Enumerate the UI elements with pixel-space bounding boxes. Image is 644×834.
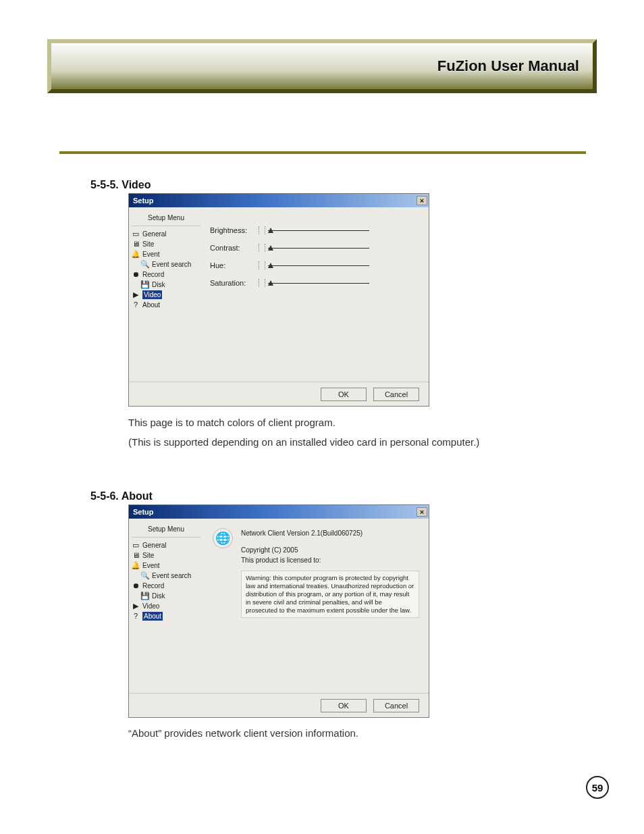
slider-thumb-icon bbox=[268, 245, 273, 251]
slider-thumb-icon bbox=[268, 228, 273, 233]
video-icon: ▶ bbox=[132, 602, 140, 610]
setup-menu-tree: Setup Menu ▭General 🖥Site 🔔Event 🔍Event … bbox=[129, 207, 203, 382]
contrast-row: Contrast: bbox=[210, 244, 422, 252]
globe-icon: 🌐 bbox=[213, 528, 233, 548]
record-icon: ⏺ bbox=[132, 582, 140, 590]
saturation-slider[interactable] bbox=[268, 283, 369, 284]
section-heading-about: 5-5-6. About bbox=[90, 490, 153, 502]
hue-label: Hue: bbox=[210, 261, 259, 269]
setup-dialog-about: Setup × Setup Menu ▭General 🖥Site 🔔Event… bbox=[128, 504, 429, 718]
dialog-button-bar: OK Cancel bbox=[129, 693, 429, 717]
close-icon[interactable]: × bbox=[417, 196, 427, 205]
tree-item-event-search[interactable]: 🔍Event search bbox=[132, 259, 200, 269]
about-copyright: Copyright (C) 2005 bbox=[241, 545, 419, 555]
titlebar: Setup × bbox=[129, 505, 429, 519]
tree-item-event-search[interactable]: 🔍Event search bbox=[132, 571, 200, 581]
question-icon: ? bbox=[132, 301, 140, 309]
search-icon: 🔍 bbox=[141, 572, 149, 580]
disk-icon: 💾 bbox=[141, 592, 149, 600]
tree-item-about[interactable]: ?About bbox=[132, 611, 200, 621]
video-caption-1: This page is to match colors of client p… bbox=[128, 417, 336, 428]
monitor-icon: 🖥 bbox=[132, 240, 140, 249]
ok-button[interactable]: OK bbox=[321, 699, 367, 712]
saturation-label: Saturation: bbox=[210, 279, 259, 287]
question-icon: ? bbox=[132, 613, 140, 621]
tree-item-record[interactable]: ⏺Record bbox=[132, 581, 200, 591]
hue-row: Hue: bbox=[210, 261, 422, 269]
dialog-title: Setup bbox=[133, 508, 154, 516]
titlebar: Setup × bbox=[129, 194, 429, 207]
tree-item-general[interactable]: ▭General bbox=[132, 540, 200, 550]
about-warning: Warning: this computer program is protec… bbox=[241, 571, 419, 618]
dialog-title: Setup bbox=[133, 197, 154, 205]
divider bbox=[59, 151, 586, 154]
tree-item-record[interactable]: ⏺Record bbox=[132, 269, 200, 280]
setup-menu-tree: Setup Menu ▭General 🖥Site 🔔Event 🔍Event … bbox=[129, 519, 203, 693]
about-version: Network Client Version 2.1(Build060725) bbox=[241, 528, 419, 538]
ticks-icon bbox=[259, 226, 265, 234]
card-icon: ▭ bbox=[132, 542, 140, 550]
setup-dialog-video: Setup × Setup Menu ▭General 🖥Site 🔔Event… bbox=[128, 193, 429, 407]
close-icon[interactable]: × bbox=[417, 507, 427, 517]
page-header: FuZion User Manual bbox=[47, 39, 597, 93]
contrast-slider[interactable] bbox=[268, 248, 369, 249]
slider-thumb-icon bbox=[268, 263, 273, 268]
about-text: Network Client Version 2.1(Build060725) … bbox=[241, 528, 419, 618]
dialog-button-bar: OK Cancel bbox=[129, 382, 429, 406]
search-icon: 🔍 bbox=[141, 261, 149, 269]
about-panel: 🌐 Network Client Version 2.1(Build060725… bbox=[203, 519, 429, 693]
ticks-icon bbox=[259, 279, 265, 287]
tree-item-disk[interactable]: 💾Disk bbox=[132, 591, 200, 601]
ticks-icon bbox=[259, 244, 265, 252]
tree-item-site[interactable]: 🖥Site bbox=[132, 550, 200, 561]
about-caption: “About” provides network client version … bbox=[128, 727, 358, 739]
brightness-slider[interactable] bbox=[268, 230, 369, 231]
cancel-button[interactable]: Cancel bbox=[373, 388, 419, 401]
tree-item-video[interactable]: ▶Video bbox=[132, 290, 200, 300]
page-number: 59 bbox=[586, 776, 609, 799]
manual-title: FuZion User Manual bbox=[437, 57, 579, 75]
setup-menu-header: Setup Menu bbox=[132, 523, 200, 538]
tree-item-site[interactable]: 🖥Site bbox=[132, 239, 200, 249]
card-icon: ▭ bbox=[132, 230, 140, 238]
tree-item-about[interactable]: ?About bbox=[132, 300, 200, 310]
tree-item-event[interactable]: 🔔Event bbox=[132, 561, 200, 571]
video-caption-2: (This is supported depending on an insta… bbox=[128, 436, 479, 448]
tree-item-disk[interactable]: 💾Disk bbox=[132, 280, 200, 290]
about-license-line: This product is licensed to: bbox=[241, 555, 419, 565]
ticks-icon bbox=[259, 261, 265, 269]
cancel-button[interactable]: Cancel bbox=[373, 699, 419, 712]
video-settings-panel: Brightness: Contrast: Hue: Saturation: bbox=[203, 207, 429, 382]
saturation-row: Saturation: bbox=[210, 279, 422, 287]
video-icon: ▶ bbox=[132, 291, 140, 299]
tree-item-event[interactable]: 🔔Event bbox=[132, 249, 200, 259]
hue-slider[interactable] bbox=[268, 265, 369, 266]
section-heading-video: 5-5-5. Video bbox=[90, 179, 151, 191]
brightness-row: Brightness: bbox=[210, 226, 422, 234]
disk-icon: 💾 bbox=[141, 281, 149, 289]
tree-item-video[interactable]: ▶Video bbox=[132, 601, 200, 611]
ok-button[interactable]: OK bbox=[321, 388, 367, 401]
record-icon: ⏺ bbox=[132, 271, 140, 279]
tree-item-general[interactable]: ▭General bbox=[132, 229, 200, 239]
slider-thumb-icon bbox=[268, 280, 273, 286]
contrast-label: Contrast: bbox=[210, 244, 259, 252]
setup-menu-header: Setup Menu bbox=[132, 211, 200, 226]
brightness-label: Brightness: bbox=[210, 226, 259, 234]
bell-icon: 🔔 bbox=[132, 562, 140, 570]
monitor-icon: 🖥 bbox=[132, 552, 140, 560]
bell-icon: 🔔 bbox=[132, 251, 140, 259]
